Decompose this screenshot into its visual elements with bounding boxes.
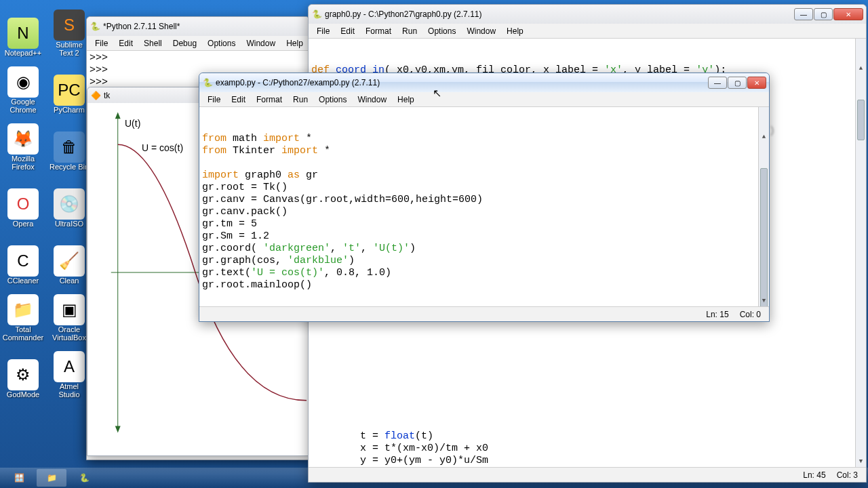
menu-window[interactable]: Window bbox=[461, 25, 501, 37]
menu-help[interactable]: Help bbox=[392, 94, 420, 106]
app-icon: 📁 bbox=[7, 294, 39, 325]
app-icon: ◉ bbox=[7, 66, 39, 98]
code-line: gr.canv = Canvas(gr.root,width=600,heigh… bbox=[202, 194, 766, 206]
col-indicator: Col: 0 bbox=[740, 310, 761, 319]
scroll-down-icon[interactable]: ▼ bbox=[759, 296, 769, 306]
icon-label: Recycle Bin bbox=[50, 163, 89, 171]
app-icon: C bbox=[7, 245, 39, 277]
taskbar-start[interactable]: 🪟 bbox=[4, 469, 34, 487]
examp0-titlebar[interactable]: 🐍 examp0.py - C:/Python27/examp0.py (2.7… bbox=[199, 73, 769, 92]
code-line: gr.root.mainloop() bbox=[202, 279, 766, 291]
icon-label: CCleaner bbox=[7, 277, 39, 285]
icon-label: UltraISO bbox=[55, 220, 83, 228]
vertical-scrollbar[interactable]: ▲ ▼ bbox=[855, 39, 866, 467]
menu-window[interactable]: Window bbox=[241, 37, 281, 49]
app-icon: 🧹 bbox=[54, 245, 85, 277]
menu-options[interactable]: Options bbox=[422, 25, 461, 37]
icon-label: Atmel Studio bbox=[48, 382, 90, 399]
app-icon: ⚙ bbox=[7, 359, 39, 390]
menu-help[interactable]: Help bbox=[501, 25, 529, 37]
menu-run[interactable]: Run bbox=[288, 94, 313, 106]
desktop-icon[interactable]: SSublime Text 2 bbox=[47, 3, 91, 57]
icon-label: Notepad++ bbox=[5, 49, 41, 57]
scroll-up-icon[interactable]: ▲ bbox=[856, 63, 866, 74]
desktop-icon[interactable]: 📁Total Commander bbox=[1, 287, 45, 342]
desktop: NNotepad++◉Google Chrome🦊Mozilla Firefox… bbox=[0, 0, 95, 474]
menu-file[interactable]: File bbox=[90, 37, 113, 49]
icon-label: Opera bbox=[13, 220, 34, 228]
icon-label: Oracle VirtualBox bbox=[48, 325, 90, 342]
app-icon: ▣ bbox=[54, 294, 85, 325]
desktop-icon[interactable]: CCCleaner bbox=[1, 230, 45, 285]
app-icon: O bbox=[7, 188, 39, 220]
minimize-button[interactable]: — bbox=[794, 8, 813, 20]
desktop-icon[interactable]: ◉Google Chrome bbox=[1, 60, 45, 114]
menu-format[interactable]: Format bbox=[251, 94, 288, 106]
menu-options[interactable]: Options bbox=[313, 94, 352, 106]
menu-options[interactable]: Options bbox=[202, 37, 241, 49]
shell-title: *Python 2.7.11 Shell* bbox=[103, 22, 180, 31]
desktop-icon[interactable]: ⚙GodMode bbox=[1, 344, 45, 399]
menu-run[interactable]: Run bbox=[397, 25, 422, 37]
menu-shell[interactable]: Shell bbox=[138, 37, 167, 49]
vertical-scrollbar[interactable]: ▲ ▼ bbox=[758, 107, 769, 306]
close-button[interactable]: ✕ bbox=[833, 8, 863, 20]
code-line: x = t*(xm-x0)/tm + x0 bbox=[311, 443, 863, 455]
scroll-thumb[interactable] bbox=[760, 168, 768, 306]
icon-label: Total Commander bbox=[2, 325, 44, 342]
python-icon: 🐍 bbox=[90, 21, 100, 32]
menu-file[interactable]: File bbox=[202, 94, 226, 106]
desktop-icon[interactable]: 💿UltraISO bbox=[47, 174, 91, 228]
menu-format[interactable]: Format bbox=[360, 25, 397, 37]
scroll-up-icon[interactable]: ▲ bbox=[759, 131, 769, 142]
desktop-icon[interactable]: OOpera bbox=[1, 174, 45, 228]
minimize-button[interactable]: — bbox=[708, 77, 727, 89]
app-icon: S bbox=[54, 9, 85, 41]
svg-marker-1 bbox=[115, 113, 121, 119]
code-line: from Tkinter import * bbox=[202, 145, 766, 157]
code-line: gr.Sm = 1.2 bbox=[202, 230, 766, 243]
menu-window[interactable]: Window bbox=[352, 94, 392, 106]
graph0-title: graph0.py - C:\Python27\graph0.py (2.7.1… bbox=[325, 9, 481, 19]
menu-help[interactable]: Help bbox=[281, 37, 309, 49]
desktop-icon[interactable]: 🧹Clean bbox=[47, 230, 91, 285]
menu-edit[interactable]: Edit bbox=[335, 25, 360, 37]
graph0-statusbar: Ln: 45 Col: 3 bbox=[309, 467, 866, 482]
examp0-editor[interactable]: from math import *from Tkinter import * … bbox=[199, 107, 769, 306]
shell-menubar: FileEditShellDebugOptionsWindowHelp bbox=[87, 36, 309, 51]
taskbar-item[interactable]: 🐍 bbox=[69, 469, 99, 487]
desktop-icon[interactable]: AAtmel Studio bbox=[47, 344, 91, 399]
maximize-button[interactable]: ▢ bbox=[728, 77, 747, 89]
code-line: t = float(t) bbox=[311, 430, 863, 443]
menu-edit[interactable]: Edit bbox=[113, 37, 138, 49]
code-line: gr.canv.pack() bbox=[202, 206, 766, 218]
icon-label: Clean bbox=[60, 277, 79, 285]
maximize-button[interactable]: ▢ bbox=[814, 8, 833, 20]
code-line: import graph0 as gr bbox=[202, 169, 766, 182]
desktop-icon[interactable]: PCPyCharm bbox=[47, 60, 91, 114]
plot-text-label: U = cos(t) bbox=[142, 142, 183, 153]
examp0-window[interactable]: 🐍 examp0.py - C:/Python27/examp0.py (2.7… bbox=[199, 73, 770, 322]
icon-label: GodMode bbox=[7, 390, 39, 399]
code-line: gr.graph(cos, 'darkblue') bbox=[202, 255, 766, 267]
shell-titlebar[interactable]: 🐍 *Python 2.7.11 Shell* bbox=[87, 17, 309, 36]
desktop-icon[interactable]: NNotepad++ bbox=[1, 3, 45, 57]
desktop-icon[interactable]: 🦊Mozilla Firefox bbox=[1, 117, 45, 171]
code-line: gr.text('U = cos(t)', 0.8, 1.0) bbox=[202, 267, 766, 279]
desktop-icon[interactable]: 🗑Recycle Bin bbox=[47, 117, 91, 171]
code-line bbox=[202, 157, 766, 169]
app-icon: N bbox=[7, 18, 39, 49]
menu-debug[interactable]: Debug bbox=[167, 37, 202, 49]
tk-icon: 🔶 bbox=[90, 90, 101, 101]
code-line: y = y0+(ym - y0)*u/Sm bbox=[311, 455, 863, 467]
svg-marker-2 bbox=[115, 426, 121, 433]
desktop-icon[interactable]: ▣Oracle VirtualBox bbox=[47, 287, 91, 342]
close-button[interactable]: ✕ bbox=[747, 77, 766, 89]
scroll-thumb[interactable] bbox=[857, 100, 865, 140]
scroll-down-icon[interactable]: ▼ bbox=[856, 456, 866, 467]
code-line: gr.coord( 'darkgreen', 't', 'U(t)') bbox=[202, 243, 766, 255]
graph0-titlebar[interactable]: 🐍 graph0.py - C:\Python27\graph0.py (2.7… bbox=[309, 5, 866, 24]
taskbar-item[interactable]: 📁 bbox=[37, 469, 66, 487]
menu-edit[interactable]: Edit bbox=[226, 94, 251, 106]
menu-file[interactable]: File bbox=[311, 25, 335, 37]
